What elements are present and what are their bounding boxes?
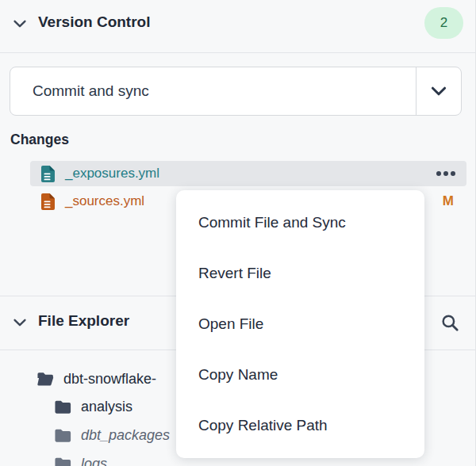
tree-item-label: dbt_packages (81, 427, 170, 444)
divider (0, 52, 476, 53)
file-context-menu: Commit File and Sync Revert File Open Fi… (176, 190, 424, 458)
yml-file-icon-teal (41, 166, 55, 182)
tree-item-analysis[interactable]: analysis (54, 395, 132, 418)
folder-open-icon (36, 371, 54, 387)
file-actions-menu-button[interactable] (436, 170, 456, 177)
menu-item-open-file[interactable]: Open File (176, 299, 424, 350)
folder-icon (54, 427, 71, 443)
commit-options-dropdown[interactable] (416, 67, 461, 115)
tree-item-logs[interactable]: logs (54, 452, 107, 466)
menu-item-copy-name[interactable]: Copy Name (176, 350, 424, 400)
modified-status-badge: M (443, 193, 454, 209)
version-control-panel: Version Control 2 Commit and sync Change… (0, 0, 476, 466)
folder-icon (54, 456, 71, 466)
file-explorer-title: File Explorer (38, 312, 129, 330)
version-control-collapse-toggle[interactable] (11, 15, 29, 32)
changes-count: 2 (440, 15, 447, 31)
file-explorer-collapse-toggle[interactable] (11, 314, 29, 331)
ellipsis-icon (436, 170, 456, 177)
file-search-button[interactable] (438, 311, 462, 334)
menu-item-commit-file-and-sync[interactable]: Commit File and Sync (176, 197, 424, 248)
chevron-down-icon (11, 314, 29, 331)
tree-item-root-folder[interactable]: dbt-snowflake- (36, 367, 156, 391)
changed-file-name: _sources.yml (65, 193, 144, 209)
changes-count-badge: 2 (424, 7, 463, 39)
chevron-down-icon (428, 81, 449, 101)
commit-and-sync-button[interactable]: Commit and sync (10, 67, 462, 116)
tree-item-label: dbt-snowflake- (63, 371, 156, 388)
changes-section-label: Changes (10, 132, 69, 148)
folder-icon (54, 399, 71, 414)
menu-item-revert-file[interactable]: Revert File (176, 248, 424, 299)
search-icon (440, 312, 460, 333)
menu-item-copy-relative-path[interactable]: Copy Relative Path (176, 400, 424, 451)
tree-item-dbt-packages[interactable]: dbt_packages (54, 423, 170, 447)
yml-file-icon-orange (41, 193, 55, 210)
tree-item-label: logs (81, 456, 107, 466)
changed-file-row[interactable]: _exposures.yml (30, 161, 466, 186)
tree-item-label: analysis (81, 399, 132, 415)
version-control-title: Version Control (38, 13, 150, 31)
commit-and-sync-label: Commit and sync (10, 67, 416, 115)
chevron-down-icon (11, 15, 29, 32)
changed-file-name: _exposures.yml (65, 166, 159, 181)
